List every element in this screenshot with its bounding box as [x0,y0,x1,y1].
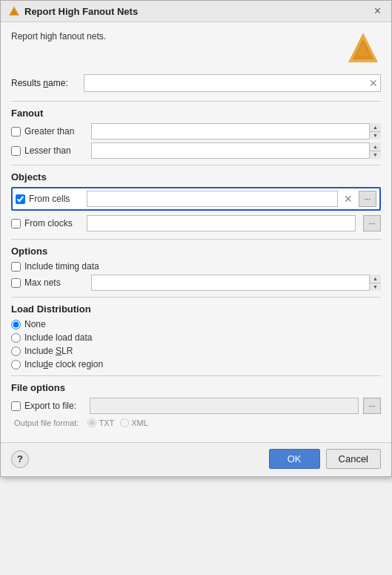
file-options-heading: File options [11,382,381,393]
dialog-subtitle: Report high fanout nets. [11,31,106,42]
export-to-file-label: Export to file: [24,401,76,411]
load-include-slr-radio[interactable] [11,346,21,356]
app-icon [8,5,20,17]
from-cells-checkbox[interactable] [16,194,25,204]
dialog-body: Report high fanout nets. Results name: h… [1,22,391,442]
from-cells-checkbox-label[interactable]: From cells [16,194,82,204]
max-nets-spin-down[interactable]: ▼ [370,283,381,292]
load-include-clock-text: Include clock region [24,359,103,369]
results-name-label: Results name: [11,78,78,88]
export-to-file-browse-button[interactable]: ··· [363,398,381,414]
results-name-clear-button[interactable]: ✕ [369,78,378,88]
options-heading: Options [11,246,381,257]
from-cells-browse-button[interactable]: ··· [359,191,376,207]
cancel-button[interactable]: Cancel [326,449,381,469]
load-none-radio[interactable] [11,320,21,329]
load-include-slr-text: Include SLR [24,346,73,356]
load-include-clock-radio[interactable] [11,360,21,369]
lesser-than-checkbox-label[interactable]: Lesser than [11,145,85,156]
export-to-file-row: Export to file: ··· [11,398,381,414]
from-clocks-checkbox[interactable] [11,219,21,229]
ok-button[interactable]: OK [269,449,320,469]
from-clocks-browse-button[interactable]: ··· [363,215,381,231]
dialog-title: Report High Fanout Nets [24,6,138,17]
brand-logo [345,31,381,67]
include-timing-row: Include timing data [11,261,381,272]
include-timing-label: Include timing data [24,261,99,272]
format-txt-label: TXT [87,418,114,427]
greater-than-input[interactable]: 1 [91,123,381,139]
lesser-than-spin-up[interactable]: ▲ [370,142,381,151]
export-to-file-input[interactable] [90,398,359,414]
greater-than-spin-up[interactable]: ▲ [370,123,381,132]
from-clocks-checkbox-label[interactable]: From clocks [11,218,82,229]
greater-than-checkbox[interactable] [11,127,21,137]
lesser-than-spin-down[interactable]: ▼ [370,151,381,160]
load-include-data-text: Include load data [24,332,92,343]
footer-left: ? [11,450,263,468]
load-include-clock-label[interactable]: Include clock region [11,359,381,369]
greater-than-row: Greater than 1 ▲ ▼ [11,123,381,139]
format-xml-label: XML [120,418,148,427]
max-nets-input[interactable]: 10 [91,275,381,291]
title-bar-left: Report High Fanout Nets [8,5,138,17]
max-nets-label: Max nets [24,277,61,288]
divider-5 [11,375,381,376]
max-nets-row: Max nets 10 ▲ ▼ [11,275,381,291]
results-name-input[interactable]: high_fanout_nets_2 [84,74,381,92]
max-nets-spin-up[interactable]: ▲ [370,275,381,283]
load-include-data-radio[interactable] [11,333,21,343]
include-timing-checkbox-label[interactable]: Include timing data [11,261,99,272]
from-cells-label: From cells [29,194,70,204]
max-nets-checkbox-label[interactable]: Max nets [11,277,85,288]
help-button[interactable]: ? [11,450,29,468]
format-xml-radio [120,418,129,427]
fanout-heading: Fanout [11,108,381,119]
close-button[interactable]: × [371,5,384,17]
load-none-text: None [24,319,46,329]
from-cells-input[interactable]: [get_cells -hierarchical "*vga_valid*"] [87,191,338,207]
results-name-input-wrapper: high_fanout_nets_2 ✕ [84,74,381,92]
from-clocks-input[interactable] [87,215,356,231]
lesser-than-row: Lesser than 100,000 ▲ ▼ [11,142,381,159]
divider-4 [11,297,381,298]
greater-than-spin-btns: ▲ ▼ [369,123,381,139]
greater-than-label: Greater than [24,126,74,137]
dialog-footer: ? OK Cancel [1,442,391,476]
max-nets-spin-btns: ▲ ▼ [369,275,381,291]
lesser-than-input-wrapper: 100,000 ▲ ▼ [91,142,381,159]
export-to-file-checkbox[interactable] [11,401,21,411]
lesser-than-input[interactable]: 100,000 [91,142,381,159]
objects-heading: Objects [11,171,381,183]
divider-1 [11,101,381,102]
title-bar: Report High Fanout Nets × [1,1,391,22]
output-format-row: Output file format: TXT XML [11,418,381,427]
lesser-than-label: Lesser than [24,145,71,156]
results-name-row: Results name: high_fanout_nets_2 ✕ [11,74,381,92]
divider-3 [11,239,381,240]
load-include-data-label[interactable]: Include load data [11,332,381,343]
load-distribution-heading: Load Distribution [11,303,381,315]
max-nets-checkbox[interactable] [11,278,21,288]
include-timing-checkbox[interactable] [11,262,21,272]
load-include-slr-label[interactable]: Include SLR [11,346,381,356]
from-cells-row: From cells [get_cells -hierarchical "*vg… [11,187,381,211]
format-xml-text: XML [131,418,148,427]
report-high-fanout-dialog: Report High Fanout Nets × Report high fa… [0,0,392,477]
format-txt-radio [87,418,96,427]
output-format-label: Output file format: [14,418,79,427]
from-clocks-label: From clocks [24,218,73,229]
greater-than-input-wrapper: 1 ▲ ▼ [91,123,381,139]
lesser-than-checkbox[interactable] [11,146,21,156]
load-none-label[interactable]: None [11,319,381,329]
from-cells-clear-button[interactable]: ✕ [342,194,354,204]
divider-2 [11,165,381,165]
greater-than-spin-down[interactable]: ▼ [370,132,381,140]
format-txt-text: TXT [99,418,114,427]
export-to-file-checkbox-label[interactable]: Export to file: [11,401,85,411]
greater-than-checkbox-label[interactable]: Greater than [11,126,85,137]
lesser-than-spin-btns: ▲ ▼ [369,142,381,159]
from-clocks-row: From clocks ··· [11,214,381,233]
max-nets-input-wrapper: 10 ▲ ▼ [91,275,381,291]
